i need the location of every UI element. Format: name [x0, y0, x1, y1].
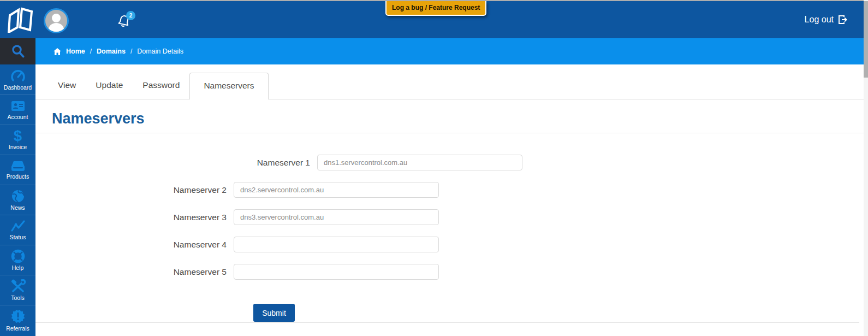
breadcrumb-current: Domain Details [137, 48, 183, 55]
sidebar-item-dashboard[interactable]: Dashboard [0, 64, 35, 95]
sidebar-item-invoice[interactable]: $ Invoice [0, 125, 35, 155]
top-header: 2 Log a bug / Feature Request Log out [0, 1, 868, 38]
form-row-nameserver-1: Nameserver 1 [119, 155, 864, 170]
burst-exclamation-icon [10, 309, 26, 324]
scrollbar-track[interactable] [864, 0, 868, 336]
sidebar-item-status[interactable]: Status [0, 215, 35, 245]
main-content: View Update Password Nameservers Nameser… [35, 64, 864, 336]
breadcrumb-domains[interactable]: Domains [97, 48, 126, 55]
form-row-nameserver-5: Nameserver 5 [35, 264, 864, 280]
nameserver-1-input[interactable] [317, 155, 522, 170]
sidebar-item-label: Tools [11, 294, 25, 301]
logout-button[interactable]: Log out [805, 1, 848, 38]
search-button[interactable] [0, 38, 35, 64]
nameserver-5-input[interactable] [234, 264, 439, 280]
sidebar-item-label: Dashboard [4, 84, 32, 91]
sidebar-item-label: Status [10, 234, 26, 240]
nameserver-4-label: Nameserver 4 [35, 240, 234, 250]
nameserver-3-label: Nameserver 3 [35, 213, 234, 222]
notification-badge: 2 [126, 11, 135, 20]
id-card-icon [10, 99, 26, 113]
sidebar-item-label: Referrals [6, 325, 29, 332]
form-row-nameserver-2: Nameserver 2 [35, 182, 864, 198]
app-screen: 2 Log a bug / Feature Request Log out Ho… [0, 0, 868, 336]
breadcrumb-home[interactable]: Home [66, 48, 85, 55]
person-icon [45, 10, 67, 32]
logout-icon [838, 15, 848, 25]
globe-icon [11, 189, 25, 203]
brand-logo[interactable] [8, 7, 34, 33]
tab-password[interactable]: Password [133, 80, 189, 99]
hammer-wrench-icon [10, 279, 26, 293]
sidebar-item-label: Products [7, 173, 29, 180]
sidebar-item-account[interactable]: Account [0, 95, 35, 125]
title-divider [35, 133, 864, 133]
dollar-icon: $ [14, 129, 22, 143]
tab-bar: View Update Password Nameservers [35, 64, 864, 99]
tab-nameservers[interactable]: Nameservers [189, 73, 268, 99]
sidebar-item-tools[interactable]: Tools [0, 275, 35, 305]
tab-view[interactable]: View [48, 80, 86, 99]
breadcrumb-separator: / [130, 48, 132, 55]
bottom-divider [35, 322, 859, 323]
nameserver-5-label: Nameserver 5 [35, 267, 234, 277]
brand-logo-icon [8, 7, 34, 33]
sidebar-item-label: Account [8, 114, 28, 120]
nameserver-3-input[interactable] [234, 209, 439, 225]
server-icon [10, 160, 26, 172]
page-title: Nameservers [52, 110, 145, 127]
scrollbar-thumb[interactable] [864, 1, 868, 78]
sidebar-item-help[interactable]: Help [0, 245, 35, 275]
sidebar-item-label: Invoice [9, 144, 27, 150]
line-chart-icon [10, 220, 26, 233]
sidebar-item-label: Help [12, 264, 24, 271]
form-row-nameserver-3: Nameserver 3 [35, 209, 864, 225]
sidebar-nav: Dashboard Account $ Invoice Products [0, 64, 35, 336]
avatar[interactable] [44, 8, 69, 33]
breadcrumb: Home / Domains / Domain Details [35, 38, 868, 64]
notifications-button[interactable]: 2 [117, 11, 141, 31]
nameserver-2-label: Nameserver 2 [35, 185, 234, 195]
browser-edge-strip [0, 0, 868, 1]
nameserver-1-label: Nameserver 1 [119, 158, 317, 168]
gauge-icon [10, 69, 26, 83]
logout-label: Log out [805, 15, 834, 25]
form-row-nameserver-4: Nameserver 4 [35, 237, 864, 252]
home-icon [53, 48, 61, 55]
search-icon [10, 44, 26, 59]
log-bug-button[interactable]: Log a bug / Feature Request [385, 1, 486, 16]
breadcrumb-separator: / [90, 48, 92, 55]
nameservers-form: Nameserver 1 Nameserver 2 Nameserver 3 N… [35, 155, 864, 322]
sidebar-item-products[interactable]: Products [0, 155, 35, 185]
sidebar-item-referrals[interactable]: Referrals [0, 305, 35, 335]
sidebar-item-news[interactable]: News [0, 185, 35, 215]
nameserver-4-input[interactable] [234, 237, 439, 252]
lifebuoy-icon [11, 249, 25, 263]
submit-button[interactable]: Submit [253, 304, 295, 322]
sidebar-item-label: News [10, 204, 25, 211]
tab-update[interactable]: Update [86, 80, 133, 99]
nameserver-2-input[interactable] [234, 182, 439, 198]
